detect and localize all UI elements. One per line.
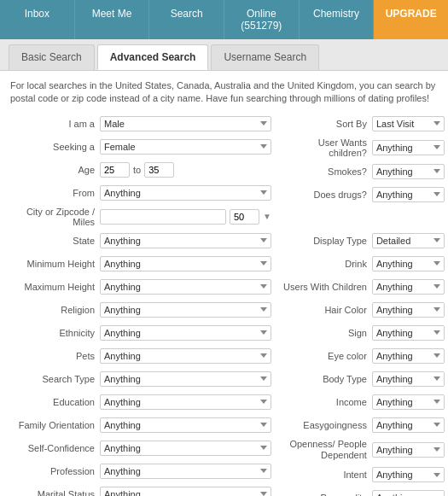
label-age: Age <box>10 165 100 175</box>
label-religion: Religion <box>10 305 100 315</box>
label-ethnicity: Ethnicity <box>10 328 100 338</box>
row-seeking: Seeking a FemaleMale <box>10 137 271 156</box>
select-drink[interactable]: Anything <box>372 256 445 271</box>
nav-upgrade[interactable]: UPGRADE <box>374 0 448 39</box>
label-body-type: Body Type <box>278 374 372 384</box>
select-state[interactable]: Anything <box>100 233 271 248</box>
nav-chemistry[interactable]: Chemistry <box>300 0 375 39</box>
row-i-am-a: I am a MaleFemale <box>10 114 271 133</box>
row-age: Age to <box>10 160 271 179</box>
age-to-label: to <box>133 165 141 175</box>
row-openness: Openness/ People Dependent Anything <box>278 439 445 461</box>
label-income: Income <box>278 397 372 407</box>
row-income: Income Anything <box>278 393 445 411</box>
city-miles-row: ▼ <box>100 209 271 225</box>
select-personality[interactable]: Anything <box>372 490 445 496</box>
row-profession: Profession Anything <box>10 462 271 481</box>
row-eye-color: Eye color Anything <box>278 347 445 365</box>
miles-input[interactable] <box>230 209 259 225</box>
select-sign[interactable]: Anything <box>372 325 445 341</box>
select-seeking[interactable]: FemaleMale <box>100 139 271 155</box>
left-column: I am a MaleFemale Seeking a FemaleMale A… <box>10 114 271 496</box>
select-search-type[interactable]: Anything <box>100 371 271 387</box>
select-body-type[interactable]: Anything <box>372 371 445 387</box>
miles-arrow: ▼ <box>263 212 271 221</box>
row-hair-color: Hair Color Anything <box>278 301 445 319</box>
right-column: Sort By Last Visit User Wants children? … <box>278 114 445 496</box>
form-section: I am a MaleFemale Seeking a FemaleMale A… <box>10 114 438 496</box>
row-spacer <box>278 208 445 227</box>
info-text: For local searches in the United States,… <box>10 79 438 106</box>
nav-inbox[interactable]: Inbox <box>0 0 75 39</box>
label-search-type: Search Type <box>10 374 100 384</box>
search-content: For local searches in the United States,… <box>0 71 448 496</box>
select-hair-color[interactable]: Anything <box>372 302 445 318</box>
select-i-am-a[interactable]: MaleFemale <box>100 116 271 131</box>
select-from[interactable]: Anything <box>100 185 271 201</box>
row-personality: Personality Anything <box>278 488 445 496</box>
label-intent: Intent <box>278 470 372 480</box>
row-intent: Intent Anything <box>278 465 445 484</box>
label-drink: Drink <box>278 259 372 269</box>
row-easygoingness: Easygoingness Anything <box>278 416 445 435</box>
row-marital-status: Marital Status Anything <box>10 485 271 496</box>
row-from: From Anything <box>10 184 271 202</box>
nav-search[interactable]: Search <box>149 0 224 39</box>
select-max-height[interactable]: Anything <box>100 279 271 295</box>
select-display-type[interactable]: Detailed <box>372 233 445 248</box>
row-display-type: Display Type Detailed <box>278 231 445 250</box>
row-education: Education Anything <box>10 393 271 411</box>
label-sort-by: Sort By <box>278 119 372 129</box>
row-users-with-children: Users With Children Anything <box>278 277 445 296</box>
select-min-height[interactable]: Anything <box>100 256 271 271</box>
label-family-orientation: Family Orientation <box>10 420 100 430</box>
select-wants-children[interactable]: Anything <box>372 140 445 155</box>
label-from: From <box>10 188 100 198</box>
label-smokes: Smokes? <box>278 166 372 177</box>
search-tabs: Basic Search Advanced Search Username Se… <box>0 39 448 71</box>
select-income[interactable]: Anything <box>372 394 445 410</box>
row-wants-children: User Wants children? Anything <box>278 137 445 158</box>
tab-basic-search[interactable]: Basic Search <box>9 44 95 70</box>
label-easygoingness: Easygoingness <box>278 420 372 430</box>
select-openness[interactable]: Anything <box>372 442 445 458</box>
select-self-confidence[interactable]: Anything <box>100 441 271 456</box>
select-education[interactable]: Anything <box>100 394 271 410</box>
row-search-type: Search Type Anything <box>10 370 271 388</box>
label-min-height: Minimum Height <box>10 259 100 269</box>
city-input[interactable] <box>100 209 226 225</box>
row-smokes: Smokes? Anything <box>278 162 445 181</box>
label-users-with-children: Users With Children <box>278 282 372 292</box>
row-pets: Pets Anything <box>10 347 271 365</box>
select-marital-status[interactable]: Anything <box>100 487 271 496</box>
label-sign: Sign <box>278 328 372 338</box>
row-ethnicity: Ethnicity Anything <box>10 324 271 342</box>
tab-advanced-search[interactable]: Advanced Search <box>97 44 209 70</box>
label-does-drugs: Does drugs? <box>278 190 372 200</box>
select-does-drugs[interactable]: Anything <box>372 187 445 202</box>
select-pets[interactable]: Anything <box>100 348 271 364</box>
select-profession[interactable]: Anything <box>100 464 271 479</box>
select-users-with-children[interactable]: Anything <box>372 279 445 295</box>
age-to-input[interactable] <box>144 162 174 178</box>
select-eye-color[interactable]: Anything <box>372 348 445 364</box>
row-max-height: Maximum Height Anything <box>10 277 271 296</box>
select-ethnicity[interactable]: Anything <box>100 325 271 341</box>
select-easygoingness[interactable]: Anything <box>372 417 445 433</box>
age-from-input[interactable] <box>100 162 130 178</box>
select-intent[interactable]: Anything <box>372 467 445 482</box>
row-self-confidence: Self-Confidence Anything <box>10 439 271 458</box>
nav-meetme[interactable]: Meet Me <box>75 0 150 39</box>
select-family-orientation[interactable]: Anything <box>100 417 271 433</box>
tab-username-search[interactable]: Username Search <box>211 44 319 70</box>
nav-online[interactable]: Online (551279) <box>224 0 300 39</box>
select-smokes[interactable]: Anything <box>372 164 445 179</box>
label-city: City or Zipcode / Miles <box>10 207 100 227</box>
row-does-drugs: Does drugs? Anything <box>278 185 445 204</box>
row-min-height: Minimum Height Anything <box>10 254 271 273</box>
label-self-confidence: Self-Confidence <box>10 443 100 453</box>
label-max-height: Maximum Height <box>10 282 100 292</box>
label-openness: Openness/ People Dependent <box>278 439 372 461</box>
select-sort-by[interactable]: Last Visit <box>372 116 445 131</box>
select-religion[interactable]: Anything <box>100 302 271 318</box>
